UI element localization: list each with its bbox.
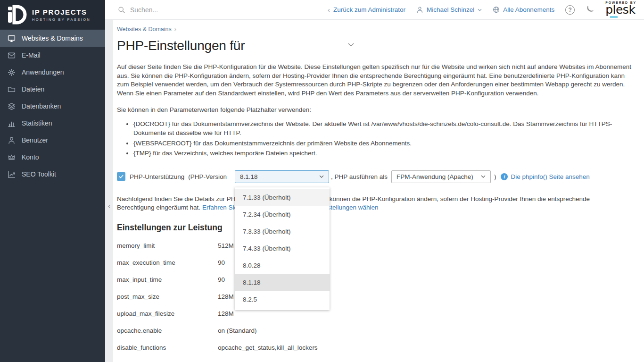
search-icon	[118, 6, 125, 14]
sidebar-item-label: Dateien	[22, 85, 44, 93]
moon-icon[interactable]	[586, 5, 594, 14]
list-item: {DOCROOT} für das Dokumentstammverzeichn…	[133, 120, 621, 137]
setting-name: upload_max_filesize	[117, 310, 218, 317]
sidebar-item-konto[interactable]: Konto	[0, 149, 105, 166]
monitor-icon	[8, 34, 16, 42]
back-to-administrator-link[interactable]: ‹ Zurück zum Administrator	[328, 6, 405, 13]
php-support-row: PHP-Unterstützung (PHP-Version 8.1.18 7.…	[117, 170, 633, 183]
sidebar-item-label: Benutzer	[22, 136, 48, 144]
details-paragraph: Nachfolgend finden Sie die Details zur P…	[117, 195, 633, 212]
globe-icon	[493, 6, 500, 13]
mail-icon	[8, 51, 16, 59]
placeholders-intro: Sie können in den Parameterwerten folgen…	[117, 106, 633, 113]
setting-name: post_max_size	[117, 293, 218, 300]
sidebar-item-label: Websites & Domains	[22, 34, 83, 42]
sidebar-item-email[interactable]: E-Mail	[0, 47, 105, 64]
domain-selector[interactable]	[251, 40, 354, 52]
php-settings-table: memory_limit 512M max_execution_time 90 …	[117, 237, 633, 356]
crown-icon	[8, 153, 16, 161]
setting-name: max_execution_time	[117, 259, 218, 266]
php-version-select[interactable]: 8.1.18 7.1.33 (Überholt) 7.2.34 (Überhol…	[235, 170, 329, 183]
user-menu[interactable]: Michael Schinzel	[416, 6, 482, 13]
logo-subtitle: HOSTING BY PASSION	[32, 17, 91, 22]
sidebar-item-statistiken[interactable]: Statistiken	[0, 115, 105, 132]
php-handler-value: FPM-Anwendung (Apache)	[396, 173, 473, 180]
folder-icon	[8, 85, 16, 93]
placeholders-list: {DOCROOT} für das Dokumentstammverzeichn…	[117, 120, 621, 158]
ip-projects-logo-icon	[6, 4, 27, 25]
setting-name: memory_limit	[117, 242, 218, 249]
bar-chart-icon	[8, 119, 16, 127]
chevron-left-icon: ‹	[328, 6, 330, 13]
php-version-value: 8.1.18	[240, 173, 258, 180]
table-row: opcache.enable on (Standard)	[117, 322, 633, 339]
list-item: {WEBSPACEROOT} für das Dokumentstammverz…	[133, 139, 621, 148]
php-version-label: (PHP-Version	[188, 173, 227, 180]
setting-name: disable_functions	[117, 344, 218, 351]
sidebar-item-anwendungen[interactable]: Anwendungen	[0, 64, 105, 81]
table-row: disable_functions opcache_get_status,kil…	[117, 339, 633, 356]
collapse-sidebar-handle[interactable]: ‹	[105, 202, 113, 210]
php-version-dropdown: 7.1.33 (Überholt) 7.2.34 (Überholt) 7.3.…	[235, 187, 330, 310]
dropdown-option-selected[interactable]: 8.1.18	[235, 274, 330, 291]
table-row: memory_limit 512M	[117, 237, 633, 254]
user-icon	[8, 136, 16, 144]
setting-value: on (Standard)	[218, 327, 257, 334]
gear-icon	[8, 68, 16, 76]
sidebar-item-label: E-Mail	[22, 51, 41, 59]
page-title: PHP-Einstellungen für	[117, 38, 633, 53]
sidebar-item-dateien[interactable]: Dateien	[0, 81, 105, 98]
sidebar-gutter: ‹	[105, 20, 113, 362]
table-row: post_max_size 128M	[117, 288, 633, 305]
sidebar-item-label: Konto	[22, 153, 39, 161]
logo-title: IP PROJECTS	[32, 8, 91, 16]
info-icon: i	[501, 173, 508, 180]
sidebar-item-websites-domains[interactable]: Websites & Domains	[0, 30, 105, 47]
intro-paragraph: Auf dieser Seite finden Sie die PHP-Konf…	[117, 63, 633, 98]
dropdown-option[interactable]: 7.2.34 (Überholt)	[235, 206, 330, 223]
chevron-down-icon	[481, 175, 486, 178]
ip-projects-logo[interactable]: IP PROJECTS HOSTING BY PASSION	[0, 0, 105, 29]
setting-value: 90	[218, 259, 225, 266]
dropdown-option[interactable]: 7.4.33 (Überholt)	[235, 240, 330, 257]
plesk-logo: POWERED BY plesk	[605, 1, 636, 19]
sidebar-item-datenbanken[interactable]: Datenbanken	[0, 98, 105, 115]
list-item: {TMP} für das Verzeichnis, welches tempo…	[133, 149, 621, 158]
setting-value: 128M	[218, 310, 234, 317]
phpinfo-link[interactable]: Die phpinfo() Seite ansehen	[511, 173, 589, 180]
setting-name: max_input_time	[117, 276, 218, 283]
setting-value: opcache_get_status,kill_all_lockers	[218, 344, 318, 351]
close-paren: )	[494, 173, 496, 180]
help-icon[interactable]: ?	[565, 5, 575, 15]
setting-value: 512M	[218, 242, 234, 249]
breadcrumb-websites-domains[interactable]: Websites & Domains	[117, 26, 172, 33]
php-support-label: PHP-Unterstützung	[130, 173, 184, 180]
setting-value: 90	[218, 276, 225, 283]
seo-graph-icon	[8, 170, 16, 178]
user-icon	[416, 6, 423, 13]
search-input[interactable]: Suchen...	[105, 6, 158, 14]
sidebar-item-benutzer[interactable]: Benutzer	[0, 132, 105, 149]
dropdown-option[interactable]: 7.1.33 (Überholt)	[235, 189, 330, 206]
sidebar-item-label: SEO Toolkit	[22, 170, 56, 178]
table-row: max_execution_time 90	[117, 254, 633, 271]
performance-settings-heading: Einstellungen zur Leistung	[117, 223, 633, 233]
user-name: Michael Schinzel	[427, 6, 474, 13]
dropdown-option[interactable]: 8.2.5	[235, 291, 330, 308]
chevron-down-icon	[319, 175, 324, 178]
php-run-as-label: , PHP ausführen als	[331, 173, 388, 180]
sidebar: IP PROJECTS HOSTING BY PASSION Websites …	[0, 0, 105, 362]
sidebar-item-seo-toolkit[interactable]: SEO Toolkit	[0, 166, 105, 183]
all-subscriptions-link[interactable]: Alle Abonnements	[493, 6, 554, 13]
setting-value: 128M	[218, 293, 234, 300]
php-support-checkbox[interactable]	[117, 172, 125, 181]
php-handler-select[interactable]: FPM-Anwendung (Apache)	[391, 170, 491, 183]
dropdown-option[interactable]: 8.0.28	[235, 257, 330, 274]
dropdown-option[interactable]: 7.3.33 (Überholt)	[235, 223, 330, 240]
table-row: max_input_time 90	[117, 271, 633, 288]
sidebar-item-label: Anwendungen	[22, 68, 64, 76]
database-icon	[8, 102, 16, 110]
sidebar-item-label: Datenbanken	[22, 102, 61, 110]
chevron-down-icon	[478, 8, 482, 11]
plesk-wordmark: plesk	[605, 4, 636, 16]
